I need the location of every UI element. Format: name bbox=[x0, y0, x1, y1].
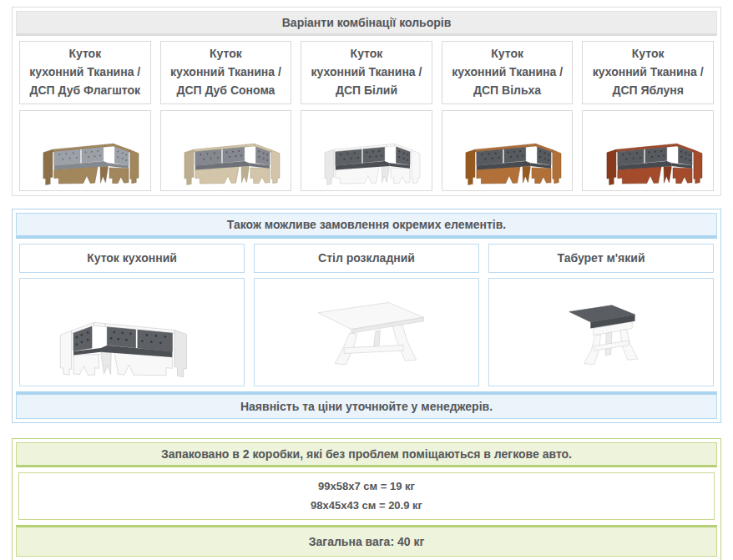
color-variants-heading: Варіанти комбінації кольорів bbox=[16, 11, 717, 36]
separate-elements-heading: Також можливе замовлення окремих елемент… bbox=[16, 213, 717, 239]
box-dimensions-2: 98х45х43 см = 20.9 кг bbox=[19, 496, 714, 515]
variant-title-flagshtok: Куток кухонний Тканина / ДСП Дуб Флагшто… bbox=[19, 41, 151, 104]
folding-table-illustration bbox=[292, 281, 440, 383]
corner-bench-image bbox=[23, 113, 146, 189]
corner-bench-image bbox=[305, 113, 427, 189]
product-details-page: Варіанти комбінації кольорів Куток кухон… bbox=[0, 0, 733, 560]
variant-image-flagshtok[interactable] bbox=[19, 110, 151, 191]
variant-title-yablunya: Куток кухонний Тканина / ДСП Яблуня bbox=[582, 41, 714, 104]
variant-image-sonoma[interactable] bbox=[160, 110, 292, 191]
corner-bench-illustration bbox=[50, 281, 213, 383]
folding-table-image bbox=[292, 281, 440, 383]
stool-illustration bbox=[545, 281, 656, 383]
variant-title-bilyi: Куток кухонний Тканина / ДСП Білий bbox=[301, 41, 432, 104]
availability-note: Наявність та ціни уточнюйте у менеджерів… bbox=[16, 391, 717, 419]
variant-title-sonoma: Куток кухонний Тканина / ДСП Дуб Сонома bbox=[160, 41, 292, 104]
separate-elements-panel: Також можливе замовлення окремих елемент… bbox=[12, 209, 721, 423]
corner-bench-image bbox=[446, 113, 569, 189]
stool-image bbox=[545, 281, 656, 383]
variant-image-row bbox=[16, 105, 717, 192]
variant-image-yablunya[interactable] bbox=[582, 110, 714, 191]
packaging-heading: Запаковано в 2 коробки, які без проблем … bbox=[16, 442, 717, 467]
element-image-folding-table[interactable] bbox=[254, 278, 479, 386]
corner-bench-image bbox=[50, 281, 213, 383]
element-image-corner-bench[interactable] bbox=[19, 278, 245, 386]
element-image-row bbox=[16, 273, 717, 386]
element-title-folding-table: Стіл розкладний bbox=[254, 244, 479, 273]
corner-bench-illustration bbox=[587, 113, 710, 189]
box-dimensions-list: 99х58х7 см = 19 кг 98х45х43 см = 20.9 кг bbox=[18, 472, 715, 520]
variant-image-bilyi[interactable] bbox=[301, 110, 432, 191]
element-image-stool[interactable] bbox=[488, 278, 714, 386]
box-dimensions-1: 99х58х7 см = 19 кг bbox=[19, 477, 714, 496]
corner-bench-image bbox=[587, 113, 710, 189]
corner-bench-illustration bbox=[23, 113, 146, 189]
color-variants-panel: Варіанти комбінації кольорів Куток кухон… bbox=[12, 7, 721, 196]
corner-bench-illustration bbox=[305, 113, 427, 189]
element-title-row: Куток кухонний Стіл розкладний Табурет м… bbox=[16, 239, 717, 273]
corner-bench-illustration bbox=[446, 113, 569, 189]
variant-title-vilkha: Куток кухонний Тканина / ДСП Вільха bbox=[442, 41, 574, 104]
variant-title-row: Куток кухонний Тканина / ДСП Дуб Флагшто… bbox=[16, 36, 717, 105]
packaging-panel: Запаковано в 2 коробки, які без проблем … bbox=[12, 438, 721, 560]
corner-bench-illustration bbox=[164, 113, 287, 189]
total-weight: Загальна вага: 40 кг bbox=[16, 525, 717, 557]
corner-bench-image bbox=[164, 113, 287, 189]
element-title-stool: Табурет м'який bbox=[488, 244, 714, 273]
variant-image-vilkha[interactable] bbox=[442, 110, 574, 191]
element-title-corner-bench: Куток кухонний bbox=[19, 244, 245, 273]
